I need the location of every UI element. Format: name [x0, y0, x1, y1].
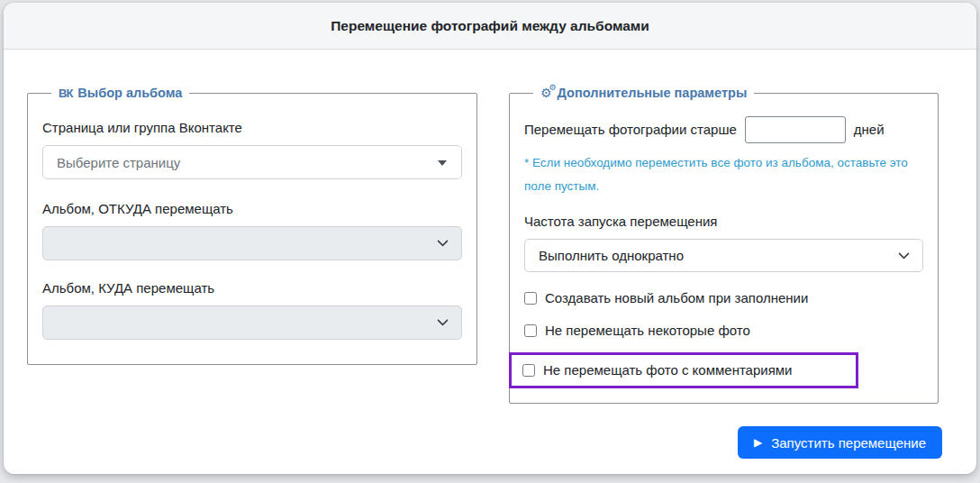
- skip-commented-photos-checkbox-row: Не перемещать фото с комментариями: [522, 362, 845, 378]
- skip-commented-photos-checkbox[interactable]: [522, 364, 535, 377]
- older-than-row: Перемещать фотографии старше дней: [524, 116, 923, 143]
- create-album-label: Создавать новый альбом при заполнении: [545, 290, 808, 306]
- page-select[interactable]: Выберите страницу: [42, 145, 462, 179]
- frequency-select[interactable]: Выполнить однократно: [524, 239, 923, 272]
- run-transfer-button[interactable]: ▶ Запустить перемещение: [738, 426, 942, 459]
- album-panel-legend-label: Выбор альбома: [77, 86, 182, 100]
- page-or-group-label: Страница или группа Вконтакте: [42, 120, 462, 136]
- params-panel-legend: ⚙⚙ Дополнительные параметры: [533, 86, 754, 100]
- album-to-select[interactable]: [42, 305, 462, 340]
- additional-params-panel: ⚙⚙ Дополнительные параметры Перемещать ф…: [509, 86, 939, 404]
- album-selection-panel: ВК Выбор альбома Страница или группа Вко…: [27, 86, 477, 365]
- older-than-hint: * Если необходимо переместить все фото и…: [524, 151, 912, 198]
- card-body: ВК Выбор альбома Страница или группа Вко…: [4, 50, 976, 474]
- page-title: Перемещение фотографий между альбомами: [331, 18, 649, 34]
- main-card: Перемещение фотографий между альбомами В…: [4, 3, 976, 474]
- page-select-placeholder: Выберите страницу: [57, 155, 180, 170]
- chevron-down-icon: [437, 235, 449, 247]
- chevron-down-icon: [898, 248, 910, 260]
- gears-icon: ⚙⚙: [540, 87, 552, 99]
- album-from-select[interactable]: [42, 226, 462, 260]
- frequency-select-value: Выполнить однократно: [539, 248, 684, 263]
- older-than-label: Перемещать фотографии старше: [524, 122, 737, 138]
- create-album-checkbox-row: Создавать новый альбом при заполнении: [524, 290, 923, 306]
- days-suffix-label: дней: [854, 122, 885, 138]
- skip-commented-photos-label: Не перемещать фото с комментариями: [543, 362, 793, 378]
- card-header: Перемещение фотографий между альбомами: [4, 3, 976, 50]
- album-panel-legend: ВК Выбор альбома: [51, 86, 189, 100]
- skip-some-photos-label: Не перемещать некоторые фото: [545, 323, 750, 339]
- album-from-label: Альбом, ОТКУДА перемещать: [42, 201, 462, 217]
- older-days-input[interactable]: [745, 116, 846, 143]
- frequency-label: Частота запуска перемещения: [524, 214, 923, 230]
- skip-some-photos-checkbox[interactable]: [524, 324, 537, 337]
- params-panel-legend-label: Дополнительные параметры: [558, 86, 748, 100]
- chevron-down-icon: [437, 314, 449, 326]
- run-transfer-button-label: Запустить перемещение: [771, 435, 926, 451]
- caret-down-icon: [438, 160, 447, 166]
- annotation-highlight-box: Не перемещать фото с комментариями: [509, 352, 858, 388]
- play-icon: ▶: [754, 437, 762, 448]
- album-to-label: Альбом, КУДА перемещать: [42, 280, 462, 296]
- page-background: Перемещение фотографий между альбомами В…: [0, 0, 980, 483]
- skip-some-photos-checkbox-row: Не перемещать некоторые фото: [524, 323, 923, 339]
- vk-icon: ВК: [59, 87, 72, 100]
- create-album-checkbox[interactable]: [524, 292, 537, 305]
